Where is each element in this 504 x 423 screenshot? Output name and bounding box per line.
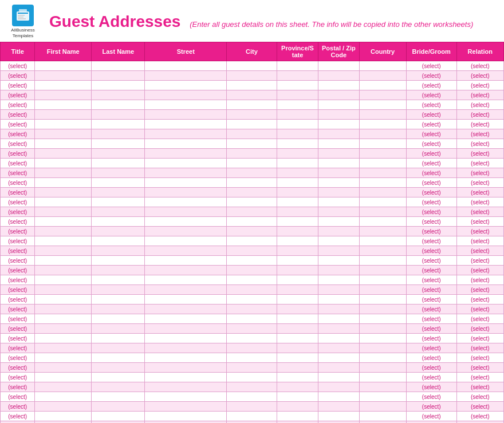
cell-postal[interactable]	[318, 227, 359, 236]
cell-postal[interactable]	[318, 285, 359, 295]
cell-bride[interactable]: (select)	[406, 275, 456, 285]
cell-postal[interactable]	[318, 392, 359, 402]
cell-street[interactable]	[145, 285, 227, 295]
cell-city[interactable]	[227, 120, 277, 129]
cell-title[interactable]: (select)	[1, 61, 35, 71]
cell-lastname[interactable]	[92, 285, 145, 295]
cell-title[interactable]: (select)	[1, 266, 35, 275]
cell-lastname[interactable]	[92, 256, 145, 266]
cell-bride[interactable]: (select)	[406, 168, 456, 178]
cell-province[interactable]	[277, 217, 318, 227]
cell-bride[interactable]: (select)	[406, 246, 456, 256]
cell-province[interactable]	[277, 159, 318, 168]
cell-city[interactable]	[227, 149, 277, 159]
cell-country[interactable]	[359, 305, 406, 314]
cell-city[interactable]	[227, 81, 277, 90]
cell-province[interactable]	[277, 343, 318, 353]
cell-country[interactable]	[359, 334, 406, 343]
cell-province[interactable]	[277, 363, 318, 373]
cell-street[interactable]	[145, 120, 227, 129]
cell-city[interactable]	[227, 100, 277, 110]
cell-country[interactable]	[359, 236, 406, 246]
cell-city[interactable]	[227, 188, 277, 197]
cell-city[interactable]	[227, 71, 277, 81]
cell-bride[interactable]: (select)	[406, 110, 456, 120]
cell-postal[interactable]	[318, 256, 359, 266]
cell-city[interactable]	[227, 207, 277, 217]
cell-postal[interactable]	[318, 246, 359, 256]
cell-province[interactable]	[277, 90, 318, 100]
cell-bride[interactable]: (select)	[406, 334, 456, 343]
cell-postal[interactable]	[318, 90, 359, 100]
cell-lastname[interactable]	[92, 246, 145, 256]
cell-bride[interactable]: (select)	[406, 188, 456, 197]
table-row[interactable]: (select)(select)(select)	[1, 81, 504, 90]
cell-lastname[interactable]	[92, 275, 145, 285]
cell-title[interactable]: (select)	[1, 100, 35, 110]
cell-country[interactable]	[359, 207, 406, 217]
table-row[interactable]: (select)(select)(select)	[1, 295, 504, 305]
table-row[interactable]: (select)(select)(select)	[1, 392, 504, 402]
cell-country[interactable]	[359, 139, 406, 149]
cell-firstname[interactable]	[35, 81, 92, 90]
cell-title[interactable]: (select)	[1, 197, 35, 207]
cell-firstname[interactable]	[35, 295, 92, 305]
cell-postal[interactable]	[318, 168, 359, 178]
cell-relation[interactable]: (select)	[456, 266, 503, 275]
cell-street[interactable]	[145, 129, 227, 139]
cell-city[interactable]	[227, 373, 277, 382]
cell-lastname[interactable]	[92, 188, 145, 197]
cell-bride[interactable]: (select)	[406, 129, 456, 139]
cell-firstname[interactable]	[35, 266, 92, 275]
cell-street[interactable]	[145, 382, 227, 392]
cell-province[interactable]	[277, 373, 318, 382]
cell-bride[interactable]: (select)	[406, 412, 456, 421]
cell-street[interactable]	[145, 246, 227, 256]
cell-country[interactable]	[359, 324, 406, 334]
table-row[interactable]: (select)(select)(select)	[1, 275, 504, 285]
cell-title[interactable]: (select)	[1, 149, 35, 159]
cell-postal[interactable]	[318, 314, 359, 324]
cell-lastname[interactable]	[92, 120, 145, 129]
table-row[interactable]: (select)(select)(select)	[1, 149, 504, 159]
cell-province[interactable]	[277, 305, 318, 314]
cell-province[interactable]	[277, 402, 318, 412]
cell-province[interactable]	[277, 71, 318, 81]
cell-country[interactable]	[359, 188, 406, 197]
cell-firstname[interactable]	[35, 90, 92, 100]
cell-lastname[interactable]	[92, 90, 145, 100]
table-row[interactable]: (select)(select)(select)	[1, 129, 504, 139]
cell-firstname[interactable]	[35, 392, 92, 402]
cell-firstname[interactable]	[35, 256, 92, 266]
cell-relation[interactable]: (select)	[456, 178, 503, 188]
cell-city[interactable]	[227, 295, 277, 305]
cell-firstname[interactable]	[35, 110, 92, 120]
cell-postal[interactable]	[318, 120, 359, 129]
cell-firstname[interactable]	[35, 197, 92, 207]
cell-bride[interactable]: (select)	[406, 266, 456, 275]
cell-province[interactable]	[277, 227, 318, 236]
cell-relation[interactable]: (select)	[456, 149, 503, 159]
cell-relation[interactable]: (select)	[456, 285, 503, 295]
cell-province[interactable]	[277, 285, 318, 295]
cell-country[interactable]	[359, 402, 406, 412]
cell-country[interactable]	[359, 295, 406, 305]
cell-bride[interactable]: (select)	[406, 305, 456, 314]
cell-city[interactable]	[227, 217, 277, 227]
cell-street[interactable]	[145, 217, 227, 227]
cell-postal[interactable]	[318, 402, 359, 412]
cell-lastname[interactable]	[92, 159, 145, 168]
cell-street[interactable]	[145, 373, 227, 382]
cell-city[interactable]	[227, 305, 277, 314]
cell-bride[interactable]: (select)	[406, 236, 456, 246]
cell-street[interactable]	[145, 139, 227, 149]
cell-bride[interactable]: (select)	[406, 61, 456, 71]
cell-relation[interactable]: (select)	[456, 90, 503, 100]
cell-street[interactable]	[145, 256, 227, 266]
cell-street[interactable]	[145, 168, 227, 178]
cell-relation[interactable]: (select)	[456, 129, 503, 139]
cell-city[interactable]	[227, 412, 277, 421]
cell-city[interactable]	[227, 314, 277, 324]
cell-bride[interactable]: (select)	[406, 217, 456, 227]
cell-country[interactable]	[359, 285, 406, 295]
